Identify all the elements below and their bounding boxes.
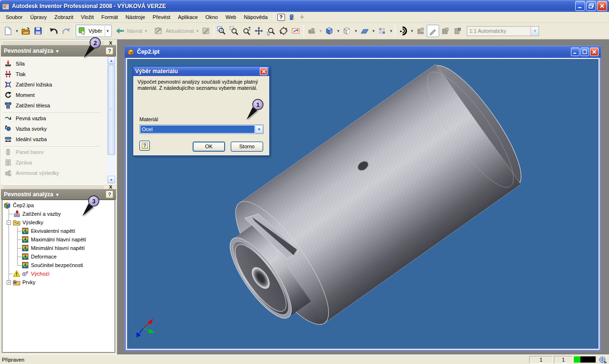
dof-display-button[interactable] — [376, 25, 388, 37]
help-topics-button[interactable]: ? — [276, 12, 286, 22]
scrollbar-up-button[interactable]: ▲ — [108, 57, 115, 64]
body-load-icon — [4, 102, 12, 109]
browser-panel-help-button[interactable]: ? — [106, 191, 113, 198]
doc-maximize-button[interactable] — [580, 48, 589, 56]
analysis-environment-button[interactable] — [397, 25, 409, 37]
sketch-tool-button[interactable] — [427, 25, 439, 37]
material-combobox[interactable]: Ocel ▾ — [139, 125, 264, 134]
browser-panel-grab-handle[interactable]: x — [1, 184, 116, 189]
ok-button[interactable]: OK — [193, 142, 225, 152]
load-item-vazba-svorky[interactable]: Vazba svorky — [1, 124, 116, 134]
select-dropdown[interactable]: ▾ — [105, 25, 110, 37]
menu-web[interactable]: Web — [222, 13, 240, 21]
loads-panel-help-button[interactable]: ? — [106, 47, 113, 55]
dialog-titlebar[interactable]: Výběr materiálu — [133, 67, 269, 76]
tree-node-zatizeni-a-vazby[interactable]: Zatížení a vazby — [13, 210, 61, 218]
orbit-button[interactable] — [277, 25, 290, 37]
close-button[interactable] — [597, 1, 607, 11]
menu-vlozit[interactable]: Vložit — [77, 13, 98, 21]
undo-button[interactable] — [48, 25, 60, 37]
load-item-idealni-vazba[interactable]: Ideální vazba — [1, 134, 116, 144]
grab-ridge — [3, 187, 104, 188]
app-titlebar[interactable]: Autodesk Inventor Professional 2008 - VÝ… — [0, 0, 609, 12]
dialog-help-button[interactable]: ? — [139, 141, 150, 151]
look-at-button[interactable] — [290, 25, 302, 37]
document-titlebar[interactable]: Čep2.ipt — [125, 46, 601, 58]
load-item-tlak[interactable]: Tlak — [1, 69, 116, 79]
doc-minimize-button[interactable] — [571, 48, 580, 56]
browser-panel-close-button[interactable]: x — [109, 183, 112, 190]
toolbar-separator — [395, 25, 395, 37]
doc-close-button[interactable] — [590, 48, 599, 56]
component-view-dropdown: ▾ — [318, 25, 323, 37]
shaded-display-button[interactable] — [323, 25, 335, 37]
tree-node-vysledky[interactable]: Výsledky — [13, 218, 43, 227]
scrollbar-thumb[interactable] — [108, 65, 115, 155]
zoom-window-button[interactable] — [228, 25, 240, 37]
tree-connector-line — [17, 239, 21, 240]
result-plot-icon — [21, 261, 29, 269]
tree-node-cep2-ipa[interactable]: Čep2.ipa — [3, 201, 34, 210]
loads-panel-body: Síla Tlak Zatížení ložiska Moment Zatíže… — [1, 57, 116, 184]
restore-button[interactable] — [586, 1, 596, 11]
hidden-edge-display-button[interactable] — [341, 25, 353, 37]
bearing-load-icon — [4, 81, 12, 88]
new-file-dropdown[interactable]: ▾ — [14, 25, 20, 37]
browser-tree: Čep2.ipa Zatížení a vazby Výsledky Ekviv… — [2, 200, 115, 353]
loads-panel-close-button[interactable]: x — [109, 39, 112, 46]
panel-dropdown-arrow-icon[interactable]: ▾ — [56, 192, 59, 197]
tree-node-prvky[interactable]: Prvky — [13, 278, 36, 287]
load-item-zatizeni-telesa[interactable]: Zatížení tělesa — [1, 100, 116, 111]
shaded-display-dropdown[interactable]: ▾ — [335, 25, 341, 37]
open-button[interactable] — [20, 25, 32, 37]
load-item-label: Vazba svorky — [16, 126, 47, 132]
loads-panel-scrollbar[interactable]: ▲ ▼ — [108, 57, 115, 183]
new-file-button[interactable] — [2, 25, 14, 37]
tree-node-deformace[interactable]: Deformace — [21, 252, 57, 261]
minimize-button[interactable] — [575, 1, 585, 11]
zoom-button[interactable] — [240, 25, 253, 37]
slice-graphics-button[interactable] — [358, 25, 371, 37]
tree-node-ekvivalentni-napeti[interactable]: Ekvivalentní napětí — [21, 227, 75, 235]
open-folder-icon — [21, 27, 30, 35]
load-item-zatizeni-loziska[interactable]: Zatížení ložiska — [1, 79, 116, 90]
slice-graphics-dropdown[interactable]: ▾ — [371, 25, 376, 37]
menu-soubor[interactable]: Soubor — [2, 13, 26, 21]
dof-display-dropdown[interactable]: ▾ — [388, 25, 393, 37]
load-item-label: Ideální vazba — [16, 136, 47, 142]
analysis-environment-dropdown[interactable]: ▾ — [409, 25, 414, 37]
zoom-selected-button[interactable] — [265, 25, 277, 37]
cancel-button[interactable]: Storno — [231, 142, 263, 152]
menu-prevest[interactable]: Převést — [149, 13, 174, 21]
assistant-button[interactable]: ? — [286, 12, 297, 22]
load-item-moment[interactable]: Moment — [1, 90, 116, 100]
hidden-edge-display-dropdown[interactable]: ▾ — [353, 25, 358, 37]
tree-expand-box[interactable]: + — [7, 280, 11, 285]
menu-okno[interactable]: Okno — [202, 13, 222, 21]
material-dropdown-icon[interactable]: ▾ — [255, 125, 263, 134]
save-button[interactable] — [32, 25, 44, 37]
menu-aplikace[interactable]: Aplikace — [174, 13, 202, 21]
load-item-pevna-vazba[interactable]: Pevná vazba — [1, 113, 116, 124]
zoom-all-button[interactable] — [216, 25, 228, 37]
panel-dropdown-arrow-icon[interactable]: ▾ — [56, 48, 59, 54]
menu-upravy[interactable]: Úpravy — [26, 13, 50, 21]
pan-icon — [254, 26, 264, 36]
tree-node-label: Součinitel bezpečnosti — [31, 262, 83, 268]
menu-zobrazit[interactable]: Zobrazit — [50, 13, 77, 21]
tree-collapse-box[interactable]: − — [7, 220, 11, 225]
update-dropdown: ▾ — [195, 25, 200, 37]
menu-nastroje[interactable]: Nástroje — [122, 13, 149, 21]
pan-button[interactable] — [253, 25, 265, 37]
tree-node-soucinitel-bezpecnosti[interactable]: Součinitel bezpečnosti — [21, 261, 83, 269]
menu-napoveda[interactable]: Nápověda — [240, 13, 271, 21]
dialog-close-button[interactable] — [260, 67, 267, 75]
tree-node-label: Zatížení a vazby — [22, 211, 61, 217]
scrollbar-down-button[interactable]: ▼ — [108, 176, 115, 183]
orbit-icon — [279, 26, 288, 36]
tree-node-minimalni-hlavni-napeti[interactable]: Minimální hlavní napětí — [21, 244, 85, 252]
tree-node-vychozi[interactable]: Výchozí — [13, 269, 49, 278]
environment-b-button — [439, 25, 452, 37]
menu-format[interactable]: Formát — [98, 13, 122, 21]
tree-node-maximalni-hlavni-napeti[interactable]: Maximální hlavní napětí — [21, 235, 86, 244]
